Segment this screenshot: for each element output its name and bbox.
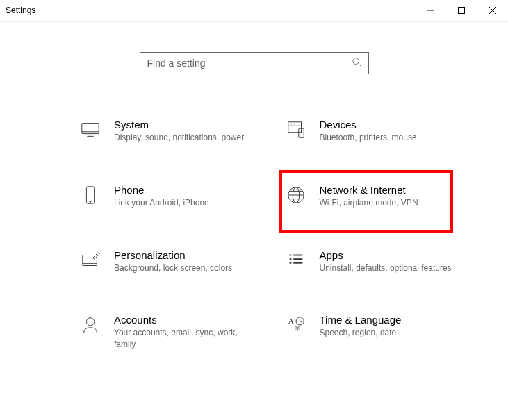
svg-rect-1 <box>458 7 464 13</box>
category-desc: Bluetooth, printers, mouse <box>320 132 460 144</box>
category-time[interactable]: A字 Time & Language Speech, region, date <box>282 311 463 353</box>
network-icon <box>285 184 307 206</box>
maximize-button[interactable] <box>445 0 477 21</box>
svg-rect-10 <box>288 126 301 132</box>
apps-icon <box>285 249 307 271</box>
category-title: Network & Internet <box>320 184 448 196</box>
svg-text:A: A <box>288 317 294 326</box>
category-title: Apps <box>320 249 460 261</box>
category-title: Devices <box>320 119 460 131</box>
search-input[interactable] <box>147 58 352 69</box>
svg-point-4 <box>352 58 359 65</box>
minimize-button[interactable] <box>414 0 445 21</box>
category-personalization[interactable]: Personalization Background, lock screen,… <box>76 246 257 277</box>
category-desc: Background, lock screen, colors <box>114 262 254 274</box>
svg-point-15 <box>90 201 91 202</box>
category-desc: Your accounts, email, sync, work, family <box>114 327 254 351</box>
system-icon <box>79 119 101 141</box>
category-system[interactable]: System Display, sound, notifications, po… <box>76 116 257 146</box>
titlebar: Settings <box>0 0 508 21</box>
category-phone[interactable]: Phone Link your Android, iPhone <box>76 181 257 212</box>
svg-line-34 <box>300 321 302 323</box>
category-desc: Uninstall, defaults, optional features <box>320 262 460 274</box>
window-title: Settings <box>6 6 35 15</box>
category-title: Time & Language <box>320 314 460 326</box>
category-apps[interactable]: Apps Uninstall, defaults, optional featu… <box>282 246 463 277</box>
category-desc: Link your Android, iPhone <box>114 197 254 209</box>
category-desc: Display, sound, notifications, power <box>114 132 254 144</box>
search-box[interactable] <box>140 52 369 74</box>
content: System Display, sound, notifications, po… <box>0 21 508 353</box>
svg-line-5 <box>358 64 361 67</box>
svg-point-29 <box>86 318 94 326</box>
time-icon: A字 <box>285 314 307 336</box>
category-desc: Speech, region, date <box>320 327 460 339</box>
devices-icon <box>285 119 307 141</box>
svg-point-12 <box>290 124 291 124</box>
category-accounts[interactable]: Accounts Your accounts, email, sync, wor… <box>76 311 257 353</box>
search-icon <box>352 57 361 69</box>
phone-icon <box>79 184 101 206</box>
categories-grid: System Display, sound, notifications, po… <box>0 116 508 353</box>
close-button[interactable] <box>477 0 508 21</box>
category-devices[interactable]: Devices Bluetooth, printers, mouse <box>282 116 463 146</box>
category-title: Phone <box>114 184 254 196</box>
category-title: System <box>114 119 254 131</box>
category-network[interactable]: Network & Internet Wi-Fi, airplane mode,… <box>279 170 453 233</box>
svg-point-13 <box>293 124 294 124</box>
svg-rect-6 <box>82 124 99 134</box>
accounts-icon <box>79 314 101 336</box>
category-desc: Wi-Fi, airplane mode, VPN <box>320 197 448 209</box>
titlebar-buttons <box>414 0 508 21</box>
svg-rect-21 <box>83 255 97 265</box>
search-container <box>0 52 508 74</box>
category-title: Accounts <box>114 314 254 326</box>
separator <box>0 21 508 22</box>
svg-text:字: 字 <box>295 326 300 332</box>
category-title: Personalization <box>114 249 254 261</box>
personalization-icon <box>79 249 101 271</box>
